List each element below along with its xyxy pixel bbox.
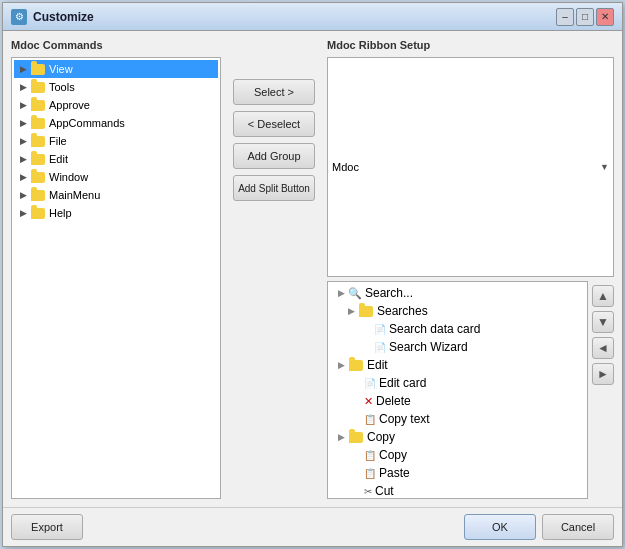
tree-item-tools[interactable]: ▶ Tools bbox=[14, 78, 218, 96]
export-button[interactable]: Export bbox=[11, 514, 83, 540]
folder-icon-copy-group bbox=[348, 429, 364, 445]
ribbon-label-search-data-card: Search data card bbox=[389, 322, 480, 336]
tree-label-tools: Tools bbox=[49, 81, 75, 93]
tree-item-view[interactable]: ▶ View bbox=[14, 60, 218, 78]
ribbon-item-copy[interactable]: 📋 Copy bbox=[330, 446, 585, 464]
folder-icon-edit bbox=[30, 151, 46, 167]
deselect-button[interactable]: < Deselect bbox=[233, 111, 315, 137]
ribbon-label-copy-group: Copy bbox=[367, 430, 395, 444]
ribbon-label-paste: Paste bbox=[379, 466, 410, 480]
move-right-button[interactable]: ► bbox=[592, 363, 614, 385]
ribbon-item-copy-group[interactable]: ▶ Copy bbox=[330, 428, 585, 446]
ribbon-item-edit-group[interactable]: ▶ Edit bbox=[330, 356, 585, 374]
ribbon-label-search: Search... bbox=[365, 286, 413, 300]
title-bar: ⚙ Customize – □ ✕ bbox=[3, 3, 622, 31]
tree-item-approve[interactable]: ▶ Approve bbox=[14, 96, 218, 114]
tree-label-appcommands: AppCommands bbox=[49, 117, 125, 129]
ribbon-label-searches: Searches bbox=[377, 304, 428, 318]
folder-icon-file bbox=[30, 133, 46, 149]
expander-view[interactable]: ▶ bbox=[16, 62, 30, 76]
ribbon-label-edit-card: Edit card bbox=[379, 376, 426, 390]
ribbon-label-copy: Copy bbox=[379, 448, 407, 462]
side-arrows: ▲ ▼ ◄ ► bbox=[592, 281, 614, 499]
mdoc-commands-tree[interactable]: ▶ View ▶ Tools ▶ Approve bbox=[11, 57, 221, 499]
ribbon-item-edit-card[interactable]: 📄 Edit card bbox=[330, 374, 585, 392]
folder-icon-searches bbox=[358, 303, 374, 319]
spacer1 bbox=[364, 322, 374, 336]
title-bar-buttons: – □ ✕ bbox=[556, 8, 614, 26]
tree-item-edit[interactable]: ▶ Edit bbox=[14, 150, 218, 168]
ribbon-dropdown-value: Mdoc bbox=[332, 161, 359, 173]
expander-edit-group[interactable]: ▶ bbox=[334, 358, 348, 372]
tree-item-help[interactable]: ▶ Help bbox=[14, 204, 218, 222]
left-panel-label: Mdoc Commands bbox=[11, 39, 221, 51]
ribbon-item-search-data-card[interactable]: 📄 Search data card bbox=[330, 320, 585, 338]
expander-approve[interactable]: ▶ bbox=[16, 98, 30, 112]
folder-icon-mainmenu bbox=[30, 187, 46, 203]
tree-item-window[interactable]: ▶ Window bbox=[14, 168, 218, 186]
left-panel: Mdoc Commands ▶ View ▶ Tools bbox=[11, 39, 221, 499]
tree-label-mainmenu: MainMenu bbox=[49, 189, 100, 201]
ok-button[interactable]: OK bbox=[464, 514, 536, 540]
ribbon-item-paste[interactable]: 📋 Paste bbox=[330, 464, 585, 482]
tree-label-edit: Edit bbox=[49, 153, 68, 165]
select-button[interactable]: Select > bbox=[233, 79, 315, 105]
ribbon-tree[interactable]: ▶ 🔍 Search... ▶ Searches bbox=[327, 281, 588, 499]
dropdown-arrow-icon: ▼ bbox=[600, 162, 609, 172]
customize-window: ⚙ Customize – □ ✕ Mdoc Commands ▶ View bbox=[2, 2, 623, 547]
expander-file[interactable]: ▶ bbox=[16, 134, 30, 148]
folder-icon-approve bbox=[30, 97, 46, 113]
main-content: Mdoc Commands ▶ View ▶ Tools bbox=[3, 31, 622, 507]
expander-edit[interactable]: ▶ bbox=[16, 152, 30, 166]
right-panel-label: Mdoc Ribbon Setup bbox=[327, 39, 430, 51]
ribbon-label-cut: Cut bbox=[375, 484, 394, 498]
tree-label-view: View bbox=[49, 63, 73, 75]
expander-copy-group[interactable]: ▶ bbox=[334, 430, 348, 444]
right-panel: Mdoc Ribbon Setup Mdoc ▼ ▶ 🔍 Search... bbox=[327, 39, 614, 499]
expander-searches[interactable]: ▶ bbox=[344, 304, 358, 318]
middle-buttons: Select > < Deselect Add Group Add Split … bbox=[229, 39, 319, 499]
ribbon-tree-container: ▶ 🔍 Search... ▶ Searches bbox=[327, 281, 614, 499]
window-icon: ⚙ bbox=[11, 9, 27, 25]
tree-item-appcommands[interactable]: ▶ AppCommands bbox=[14, 114, 218, 132]
window-title: Customize bbox=[33, 10, 556, 24]
tree-item-mainmenu[interactable]: ▶ MainMenu bbox=[14, 186, 218, 204]
folder-icon-tools bbox=[30, 79, 46, 95]
expander-tools[interactable]: ▶ bbox=[16, 80, 30, 94]
maximize-button[interactable]: □ bbox=[576, 8, 594, 26]
folder-icon-view bbox=[30, 61, 46, 77]
ribbon-label-search-wizard: Search Wizard bbox=[389, 340, 468, 354]
minimize-button[interactable]: – bbox=[556, 8, 574, 26]
expander-search[interactable]: ▶ bbox=[334, 286, 348, 300]
ribbon-item-search-wizard[interactable]: 📄 Search Wizard bbox=[330, 338, 585, 356]
move-down-button[interactable]: ▼ bbox=[592, 311, 614, 333]
folder-icon-help bbox=[30, 205, 46, 221]
add-split-button[interactable]: Add Split Button bbox=[233, 175, 315, 201]
tree-item-file[interactable]: ▶ File bbox=[14, 132, 218, 150]
close-button[interactable]: ✕ bbox=[596, 8, 614, 26]
tree-label-approve: Approve bbox=[49, 99, 90, 111]
spacer2 bbox=[364, 340, 374, 354]
ribbon-dropdown[interactable]: Mdoc ▼ bbox=[327, 57, 614, 277]
expander-help[interactable]: ▶ bbox=[16, 206, 30, 220]
folder-icon-window bbox=[30, 169, 46, 185]
cancel-button[interactable]: Cancel bbox=[542, 514, 614, 540]
dialog-buttons: OK Cancel bbox=[464, 514, 614, 540]
move-left-button[interactable]: ◄ bbox=[592, 337, 614, 359]
ribbon-item-copy-text[interactable]: 📋 Copy text bbox=[330, 410, 585, 428]
folder-icon-edit-group bbox=[348, 357, 364, 373]
ribbon-item-search[interactable]: ▶ 🔍 Search... bbox=[330, 284, 585, 302]
folder-icon-appcommands bbox=[30, 115, 46, 131]
expander-window[interactable]: ▶ bbox=[16, 170, 30, 184]
move-up-button[interactable]: ▲ bbox=[592, 285, 614, 307]
tree-label-help: Help bbox=[49, 207, 72, 219]
ribbon-item-delete[interactable]: ✕ Delete bbox=[330, 392, 585, 410]
footer: Export OK Cancel bbox=[3, 507, 622, 546]
expander-appcommands[interactable]: ▶ bbox=[16, 116, 30, 130]
ribbon-item-cut[interactable]: ✂ Cut bbox=[330, 482, 585, 499]
tree-label-file: File bbox=[49, 135, 67, 147]
add-group-button[interactable]: Add Group bbox=[233, 143, 315, 169]
expander-mainmenu[interactable]: ▶ bbox=[16, 188, 30, 202]
ribbon-item-searches[interactable]: ▶ Searches bbox=[330, 302, 585, 320]
ribbon-label-edit-group: Edit bbox=[367, 358, 388, 372]
